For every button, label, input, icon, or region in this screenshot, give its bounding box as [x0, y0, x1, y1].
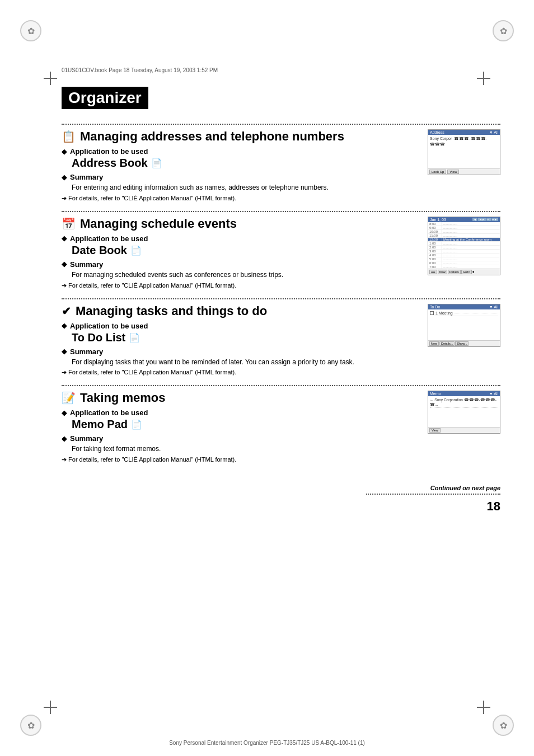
sc-address-btn-view: View	[447, 170, 459, 174]
summary-label-text-memos: Summary	[70, 434, 103, 443]
sc-todo-btn-details: Details...	[439, 341, 455, 346]
section-tasks: ✔ Managing tasks and things to do ◆ Appl…	[62, 304, 500, 381]
arrow-bullet-summary-schedule: ◆	[62, 260, 67, 268]
app-label-addresses: ◆ Application to be used	[62, 147, 422, 156]
summary-label-memos: ◆ Summary	[62, 434, 422, 443]
crosshair-tl	[44, 72, 57, 85]
sc-todo-title: To Do	[430, 305, 440, 309]
reference-tasks: ➔ For details, refer to "CLIÉ Applicatio…	[62, 369, 422, 376]
sc-memo-title: Memo	[430, 392, 441, 396]
sc-cal-btn-new: New	[438, 270, 447, 274]
file-info: 01US01COV.book Page 18 Tuesday, August 1…	[62, 67, 218, 73]
sc-todo-btn-new: New	[429, 341, 439, 346]
screenshot-todo: To Do ▼ All 1 Meeting New	[428, 304, 500, 347]
sc-cal-row-1: 1:00 ...............	[428, 242, 500, 246]
sc-todo-btn-show: Show...	[455, 341, 469, 346]
organizer-title: Organizer	[62, 87, 148, 109]
sc-todo-item: 1 Meeting	[430, 311, 498, 316]
corner-circle-tr	[493, 20, 514, 41]
sc-cal-btn-arrow: ♦	[472, 270, 475, 274]
summary-label-text-addresses: Summary	[70, 173, 103, 181]
sc-cal-row-9: 9:00 ...............	[428, 226, 500, 230]
sc-cal-nav2: ◄►	[478, 218, 486, 221]
arrow-bullet-schedule: ◆	[62, 234, 67, 242]
summary-label-schedule: ◆ Summary	[62, 260, 422, 269]
section-content-tasks: ✔ Managing tasks and things to do ◆ Appl…	[62, 304, 422, 381]
section-title-text-addresses: Managing addresses and telephone numbers	[80, 129, 344, 144]
screenshot-schedule: Jan 1, 03 ◄ ◄► ▪▪ ▪▪► 8:00 ......	[428, 217, 500, 275]
sc-todo-text: 1 Meeting	[435, 311, 453, 315]
summary-text-tasks: For displaying tasks that you want to be…	[72, 358, 422, 367]
section-content-schedule: 📅 Managing schedule events ◆ Application…	[62, 217, 422, 294]
corner-decoration-br	[489, 711, 517, 739]
section-addresses: 📋 Managing addresses and telephone numbe…	[62, 129, 500, 206]
corner-circle-br	[493, 715, 514, 736]
app-label-text-tasks: Application to be used	[70, 322, 148, 330]
screenshot-address: Address ▼ All Sony Corpor ☎☎☎-☎☎☎-☎☎☎ Lo…	[428, 129, 500, 175]
sc-address-btn-lookup: Look Up	[429, 170, 446, 174]
sc-address-content: Sony Corpor ☎☎☎-☎☎☎-☎☎☎	[430, 136, 498, 147]
reference-addresses: ➔ For details, refer to "CLIÉ Applicatio…	[62, 195, 422, 202]
crosshair-bl	[44, 701, 57, 714]
continued-dots	[366, 494, 500, 495]
app-label-text-schedule: Application to be used	[70, 234, 148, 243]
sc-cal-row-4: 4:00 ...............	[428, 253, 500, 257]
app-icon-schedule: 📄	[130, 245, 142, 256]
arrow-bullet-memos: ◆	[62, 409, 67, 417]
section-divider-2	[62, 211, 500, 212]
corner-circle-tl	[20, 20, 41, 41]
app-label-text-addresses: Application to be used	[70, 147, 148, 156]
sc-todo-dots	[455, 313, 498, 313]
address-icon: 📋	[62, 130, 76, 143]
app-name-addresses: Address Book 📄	[72, 157, 422, 170]
continued-label: Continued on next page	[62, 485, 500, 491]
sc-memo-btn-view: View	[429, 428, 441, 433]
memos-icon: 📝	[62, 391, 76, 405]
corner-circle-bl	[20, 715, 41, 736]
sc-cal-row-3: 3:00 ...............	[428, 250, 500, 253]
page-number: 18	[62, 499, 500, 514]
section-content-memos: 📝 Taking memos ◆ Application to be used …	[62, 391, 422, 468]
app-name-tasks: To Do List 📄	[72, 331, 422, 344]
arrow-bullet-addresses: ◆	[62, 148, 67, 156]
sc-cal-row-10: 10:00 ...............	[428, 230, 500, 234]
app-name-text-memos: Memo Pad	[72, 418, 128, 431]
sc-cal-row-5: 5:00 ...............	[428, 257, 500, 261]
sc-memo-badge: ▼ All	[489, 392, 498, 396]
app-icon-addresses: 📄	[151, 158, 162, 168]
corner-decoration-tr	[489, 17, 517, 45]
app-name-memos: Memo Pad 📄	[72, 418, 422, 431]
tasks-icon: ✔	[62, 304, 71, 318]
sc-todo-checkbox	[430, 311, 434, 315]
sc-cal-row-7: 7:00 ...............	[428, 265, 500, 269]
footer-info: Sony Personal Entertainment Organizer PE…	[0, 740, 534, 746]
section-divider-4	[62, 385, 500, 386]
main-content: Organizer 📋 Managing addresses and telep…	[62, 87, 500, 700]
sc-cal-btn-goto: GoTo	[461, 270, 472, 274]
arrow-bullet-summary-addresses: ◆	[62, 173, 67, 181]
section-memos: 📝 Taking memos ◆ Application to be used …	[62, 391, 500, 468]
app-label-text-memos: Application to be used	[70, 408, 148, 417]
app-label-tasks: ◆ Application to be used	[62, 322, 422, 330]
sc-cal-row-8: 8:00 ...............	[428, 222, 500, 226]
app-label-schedule: ◆ Application to be used	[62, 234, 422, 243]
section-title-text-tasks: Managing tasks and things to do	[76, 304, 267, 318]
app-name-text-tasks: To Do List	[72, 331, 125, 344]
summary-label-addresses: ◆ Summary	[62, 173, 422, 181]
sc-cal-nav1: ◄	[472, 218, 477, 221]
section-title-memos: 📝 Taking memos	[62, 391, 422, 405]
section-title-text-schedule: Managing schedule events	[80, 217, 237, 231]
app-name-text-addresses: Address Book	[72, 157, 148, 170]
sc-cal-btn-icons: ▪▪▪▪	[429, 270, 437, 274]
section-title-tasks: ✔ Managing tasks and things to do	[62, 304, 422, 318]
section-divider-3	[62, 298, 500, 299]
sc-cal-date: Jan 1, 03	[430, 218, 446, 222]
screenshot-memo: Memo ▼ All ← Sony Corporation ☎☎☎-☎☎☎-☎.…	[428, 391, 500, 434]
sc-cal-row-6: 6:00 ...............	[428, 261, 500, 265]
schedule-icon: 📅	[62, 217, 76, 231]
app-label-memos: ◆ Application to be used	[62, 408, 422, 417]
sc-address-badge: ▼ All	[489, 130, 498, 134]
corner-decoration-bl	[17, 711, 45, 739]
sc-todo-badge: ▼ All	[489, 305, 498, 309]
app-name-schedule: Date Book 📄	[72, 244, 422, 257]
